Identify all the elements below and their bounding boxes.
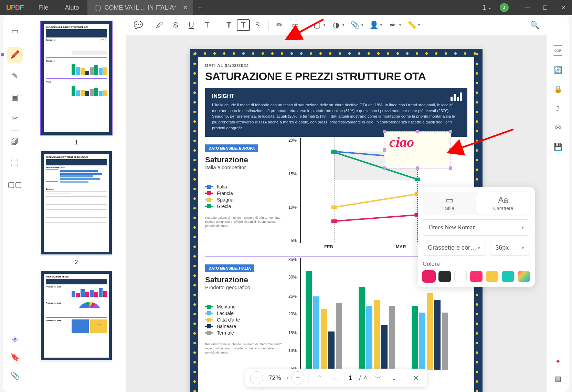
pages-panel-icon[interactable]: 🗐 bbox=[7, 134, 23, 150]
tab-close-icon[interactable]: ✕ bbox=[182, 3, 188, 12]
text-annotation-content[interactable]: ciao bbox=[384, 132, 451, 154]
style-tab[interactable]: ▭ Stile bbox=[423, 192, 476, 215]
comments-panel-icon[interactable]: ▤ bbox=[553, 373, 563, 384]
color-swatch-magenta[interactable] bbox=[423, 271, 435, 282]
compare-icon[interactable]: ▢▢ bbox=[7, 177, 23, 193]
stamp-icon[interactable]: 👤 bbox=[366, 18, 382, 32]
callout-tool-icon[interactable]: ⎘ bbox=[250, 18, 266, 32]
share-icon[interactable]: ⤴ bbox=[553, 103, 563, 113]
zoom-out-button[interactable]: − bbox=[250, 371, 263, 384]
ocr-icon[interactable]: OCR bbox=[553, 45, 563, 56]
app-logo: UPDF bbox=[0, 4, 30, 12]
right-sidebar: OCR 🔄 🔒 ⤴ ✉ 💾 ✦ ▤ bbox=[547, 15, 569, 392]
signature-icon[interactable]: ✒ bbox=[385, 18, 401, 32]
font-weight-select[interactable]: Grassetto e cor…▼ bbox=[423, 240, 486, 256]
annotation-toolbar: 💬 🖊 S U T T T ⎘ ✏ ▭ ▢▾ ◑▾ 📎▾ 👤▾ ✒▾ 📏▾ 🔍 bbox=[126, 15, 547, 35]
shape-circle-icon[interactable]: ◑ bbox=[328, 18, 344, 32]
convert-icon[interactable]: 🔄 bbox=[553, 65, 563, 75]
tab-doc-icon: ◯ bbox=[94, 4, 101, 11]
zoom-level[interactable]: 72% bbox=[266, 374, 284, 382]
chart2-title: Saturazione bbox=[205, 275, 284, 284]
color-swatches bbox=[423, 271, 530, 282]
search-icon[interactable]: 🔍 bbox=[527, 18, 542, 32]
textbox-tool-icon[interactable]: T bbox=[237, 19, 250, 31]
color-swatch-white[interactable] bbox=[454, 271, 467, 282]
titlebar: UPDF File Aiuto ◯ COME VA IL ... IN ITAL… bbox=[0, 0, 572, 15]
first-page-button[interactable]: ⌃ bbox=[313, 371, 326, 384]
page-total: 4 bbox=[364, 374, 369, 382]
bookmark-icon[interactable]: 🔖 bbox=[7, 349, 23, 365]
crop-icon[interactable]: ⛶ bbox=[7, 155, 23, 171]
edit-text-icon[interactable]: ✎ bbox=[7, 68, 23, 84]
pencil-icon[interactable]: ✏ bbox=[272, 18, 287, 32]
text-tool-icon[interactable]: T bbox=[221, 18, 237, 32]
chart1-subtitle: Italia e competitor bbox=[205, 164, 284, 170]
svg-rect-4 bbox=[331, 151, 337, 154]
svg-rect-5 bbox=[415, 178, 420, 181]
chart2-tag: DATO MENSILE, ITALIA bbox=[205, 264, 254, 272]
layers-icon[interactable]: ◈ bbox=[7, 331, 23, 347]
thumbnail-1-number: 1 bbox=[30, 138, 123, 151]
email-icon[interactable]: ✉ bbox=[553, 122, 563, 133]
tab-title: COME VA IL ... IN ITALIA* bbox=[105, 4, 177, 11]
thumbnail-3[interactable]: PRENOTAZIONI AEREE Prenotazioni aeree Pr… bbox=[40, 270, 113, 361]
chart2-subtitle: Prodotto geografico bbox=[205, 284, 284, 290]
highlight-icon[interactable]: 🖊 bbox=[152, 18, 168, 32]
svg-rect-6 bbox=[331, 206, 337, 209]
character-panel: ▭ Stile Aa Carattere Times New Roman▼ Gr… bbox=[418, 187, 535, 287]
ai-icon[interactable]: ✦ bbox=[553, 356, 563, 367]
color-swatch-black[interactable] bbox=[438, 271, 451, 282]
character-tab[interactable]: Aa Carattere bbox=[476, 192, 530, 215]
bottom-navigation: − 72% ▾ + ⌃ ︿ / 4 ﹀ ⌄ ✕ bbox=[245, 369, 427, 387]
reader-mode-icon[interactable]: ▭ bbox=[7, 23, 23, 39]
thumbnails-panel: SATURAZIONE E PREZZI STRUTTURE OTA Satur… bbox=[27, 15, 126, 392]
eraser-icon[interactable]: ▭ bbox=[287, 18, 303, 32]
save-icon[interactable]: 💾 bbox=[553, 142, 563, 152]
chart2-note: Per saturazione si intende il numero di … bbox=[205, 342, 284, 355]
style-tab-icon: ▭ bbox=[423, 195, 476, 205]
color-swatch-pink[interactable] bbox=[470, 271, 483, 282]
chart1-legend: Italia Francia Spagna Grecia bbox=[205, 184, 284, 209]
maximize-button[interactable]: ☐ bbox=[536, 0, 554, 15]
shape-rect-icon[interactable]: ▢ bbox=[309, 18, 325, 32]
thumbnail-1[interactable]: SATURAZIONE E PREZZI STRUTTURE OTA Satur… bbox=[40, 21, 113, 135]
text-annotation-box[interactable]: ciao bbox=[384, 131, 451, 168]
attach-file-icon[interactable]: 📎 bbox=[347, 18, 363, 32]
form-mode-icon[interactable]: ▣ bbox=[7, 89, 23, 105]
comment-icon[interactable]: 💬 bbox=[130, 18, 146, 32]
minimize-button[interactable]: ― bbox=[518, 0, 536, 15]
last-page-button[interactable]: ⌄ bbox=[388, 371, 401, 384]
thumbnail-2[interactable]: RECENSIONI E SENTIMENT DEGLI UTENTI Rece… bbox=[40, 151, 113, 255]
squiggly-icon[interactable]: T bbox=[199, 18, 215, 32]
next-page-button[interactable]: ﹀ bbox=[372, 371, 385, 384]
document-tab[interactable]: ◯ COME VA IL ... IN ITALIA* ✕ bbox=[87, 0, 193, 15]
color-swatch-teal[interactable] bbox=[502, 271, 514, 282]
strikethrough-icon[interactable]: S bbox=[168, 18, 183, 32]
menu-help[interactable]: Aiuto bbox=[56, 4, 87, 11]
organize-pages-icon[interactable]: ✂ bbox=[7, 111, 23, 127]
protect-icon[interactable]: 🔒 bbox=[553, 84, 563, 94]
add-tab-button[interactable]: ＋ bbox=[193, 2, 207, 13]
page-indicator[interactable]: 1⌄ bbox=[480, 4, 494, 12]
font-size-select[interactable]: 36px▼ bbox=[490, 240, 530, 256]
font-family-select[interactable]: Times New Roman▼ bbox=[423, 219, 530, 236]
annotate-mode-icon[interactable]: 🖍️ bbox=[7, 47, 23, 63]
insight-box: INSIGHT L'Italia chiude il mese di febbr… bbox=[205, 88, 467, 137]
prev-page-button[interactable]: ︿ bbox=[329, 371, 342, 384]
color-label: Colore bbox=[423, 261, 530, 268]
chart2-legend: Montano Lacuale Città d'arte Balneare Te… bbox=[205, 304, 284, 336]
insight-text: L'Italia chiude il mese di febbraio con … bbox=[212, 102, 460, 131]
ruler-icon[interactable]: 📏 bbox=[404, 18, 420, 32]
close-button[interactable]: ✕ bbox=[554, 0, 572, 15]
underline-icon[interactable]: U bbox=[183, 18, 199, 32]
insight-heading: INSIGHT bbox=[212, 93, 460, 99]
attachment-icon[interactable]: 📎 bbox=[7, 368, 23, 384]
color-swatch-custom[interactable] bbox=[518, 271, 530, 282]
color-swatch-yellow[interactable] bbox=[486, 271, 498, 282]
user-avatar[interactable]: J bbox=[500, 3, 509, 12]
zoom-in-button[interactable]: + bbox=[292, 371, 305, 384]
close-nav-button[interactable]: ✕ bbox=[410, 371, 423, 384]
page-input[interactable] bbox=[345, 372, 357, 384]
menu-file[interactable]: File bbox=[30, 4, 56, 11]
character-tab-icon: Aa bbox=[476, 195, 530, 205]
